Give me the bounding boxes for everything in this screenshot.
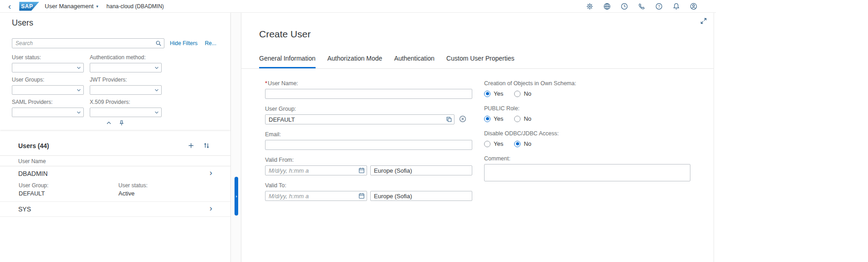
- user-name-label: *User Name:: [265, 80, 472, 87]
- back-button[interactable]: ‹: [5, 2, 14, 10]
- filter-toolbar: Hide Filters Re...: [12, 38, 219, 48]
- user-row-main[interactable]: SYS ›: [0, 202, 230, 216]
- tab-authorization-mode[interactable]: Authorization Mode: [327, 50, 383, 68]
- detail-user-group: User Group: DEFAULT: [19, 182, 118, 197]
- user-status-select[interactable]: [12, 63, 84, 72]
- tab-custom-user-properties[interactable]: Custom User Properties: [446, 50, 514, 68]
- comment-textarea[interactable]: [484, 164, 690, 181]
- user-name-cell: SYS: [18, 205, 31, 213]
- users-count-title: Users (44): [18, 142, 179, 149]
- valid-from-input[interactable]: [265, 165, 367, 175]
- email-input[interactable]: [265, 140, 472, 150]
- clear-icon: [459, 115, 466, 123]
- sort-icon: [203, 142, 210, 149]
- chevron-up-icon: [106, 120, 112, 126]
- email-label: Email:: [265, 131, 472, 138]
- detail-title: Create User: [259, 28, 311, 40]
- radio-yes[interactable]: [484, 91, 490, 97]
- hide-filters-link[interactable]: Hide Filters: [170, 40, 198, 46]
- user-row-details: User Group: DEFAULT User status: Active: [0, 181, 230, 201]
- user-row-dbadmin[interactable]: DBADMIN › User Group: DEFAULT User statu…: [0, 166, 230, 202]
- svg-text:?: ?: [658, 4, 660, 9]
- user-row-sys[interactable]: SYS ›: [0, 202, 230, 217]
- radio-yes[interactable]: [484, 116, 490, 122]
- pin-icon: [118, 120, 125, 126]
- profile-button[interactable]: [689, 2, 698, 10]
- filter-saml-providers: SAML Providers:: [12, 98, 84, 117]
- clear-user-group-button[interactable]: [459, 115, 467, 123]
- detail-label-user-status: User status:: [118, 182, 218, 189]
- filter-label-user-status: User status:: [12, 54, 84, 61]
- column-splitter[interactable]: ›: [231, 13, 241, 262]
- user-group-input[interactable]: [265, 114, 454, 124]
- shell-right: ?: [586, 2, 698, 10]
- radio-group-public-role: Yes No: [484, 115, 690, 122]
- user-group-field-block: User Group:: [265, 105, 472, 124]
- radio-no-label[interactable]: No: [524, 140, 531, 147]
- add-user-button[interactable]: [187, 142, 195, 150]
- radio-yes[interactable]: [484, 141, 490, 147]
- calendar-icon[interactable]: [358, 167, 365, 174]
- valid-from-field-block: Valid From:: [265, 156, 472, 175]
- form-column-right: Creation of Objects in Own Schema: Yes N…: [484, 80, 690, 207]
- radio-no[interactable]: [514, 91, 521, 97]
- auth-method-select[interactable]: [90, 63, 162, 72]
- gear-icon: [586, 3, 593, 10]
- app-title: User Management: [45, 3, 93, 10]
- valid-to-input[interactable]: [265, 191, 367, 201]
- search-icon[interactable]: [155, 40, 162, 46]
- valid-to-label: Valid To:: [265, 182, 472, 189]
- sort-button[interactable]: [203, 142, 210, 150]
- app-title-menu[interactable]: User Management ▾: [45, 3, 98, 10]
- user-row-main[interactable]: DBADMIN ›: [0, 166, 230, 181]
- valid-from-timezone-input[interactable]: [370, 165, 472, 175]
- tab-authentication[interactable]: Authentication: [394, 50, 434, 68]
- saml-providers-select[interactable]: [12, 108, 84, 117]
- filter-user-status: User status:: [12, 54, 84, 72]
- radio-yes-label[interactable]: Yes: [494, 90, 503, 97]
- radio-yes-label[interactable]: Yes: [494, 115, 503, 122]
- expand-list-column-button[interactable]: ›: [235, 177, 238, 216]
- sap-logo[interactable]: SAP: [19, 2, 39, 11]
- phone-icon: [638, 3, 645, 10]
- comment-field-block: Comment:: [484, 155, 690, 183]
- radio-no[interactable]: [514, 116, 521, 122]
- user-group-field: [265, 114, 454, 124]
- user-groups-select[interactable]: [12, 85, 84, 95]
- users-list-toolbar: Users (44): [18, 140, 210, 152]
- search-input[interactable]: [12, 38, 164, 48]
- valid-to-timezone-input[interactable]: [370, 191, 472, 201]
- app-window: ‹ SAP User Management ▾ hana-cloud (DBAD…: [0, 0, 716, 262]
- chevron-down-icon: [76, 110, 82, 115]
- globe-button[interactable]: [603, 2, 611, 10]
- chevron-down-icon: [76, 87, 82, 93]
- radio-no-label[interactable]: No: [524, 115, 531, 122]
- collapse-header-button[interactable]: [105, 120, 113, 127]
- navigation-chevron-icon[interactable]: ›: [209, 168, 212, 178]
- navigation-chevron-icon[interactable]: ›: [209, 204, 212, 213]
- help-button[interactable]: ?: [655, 2, 663, 10]
- radio-yes-label[interactable]: Yes: [494, 140, 503, 147]
- general-information-form: *User Name: User Group:: [241, 69, 714, 207]
- user-name-input[interactable]: [265, 89, 472, 99]
- radio-no-label[interactable]: No: [524, 90, 531, 97]
- detail-value-user-status: Active: [118, 190, 218, 197]
- radio-no[interactable]: [514, 141, 521, 147]
- settings-button[interactable]: [586, 2, 594, 10]
- calendar-icon[interactable]: [358, 193, 365, 199]
- header-actions: [0, 120, 230, 127]
- fullscreen-button[interactable]: [700, 17, 708, 26]
- page-title: Users: [12, 17, 219, 28]
- filter-label-user-groups: User Groups:: [12, 76, 84, 83]
- feedback-button[interactable]: [638, 2, 646, 10]
- tab-general-information[interactable]: General Information: [259, 50, 316, 68]
- x509-providers-select[interactable]: [90, 108, 162, 117]
- notifications-button[interactable]: [672, 2, 680, 10]
- reset-link[interactable]: Re...: [205, 40, 216, 46]
- chevron-down-icon: [154, 87, 159, 93]
- history-button[interactable]: [620, 2, 628, 10]
- pin-header-button[interactable]: [117, 120, 126, 127]
- value-help-icon[interactable]: [446, 116, 452, 123]
- jwt-providers-select[interactable]: [90, 85, 162, 95]
- add-icon: [188, 142, 194, 149]
